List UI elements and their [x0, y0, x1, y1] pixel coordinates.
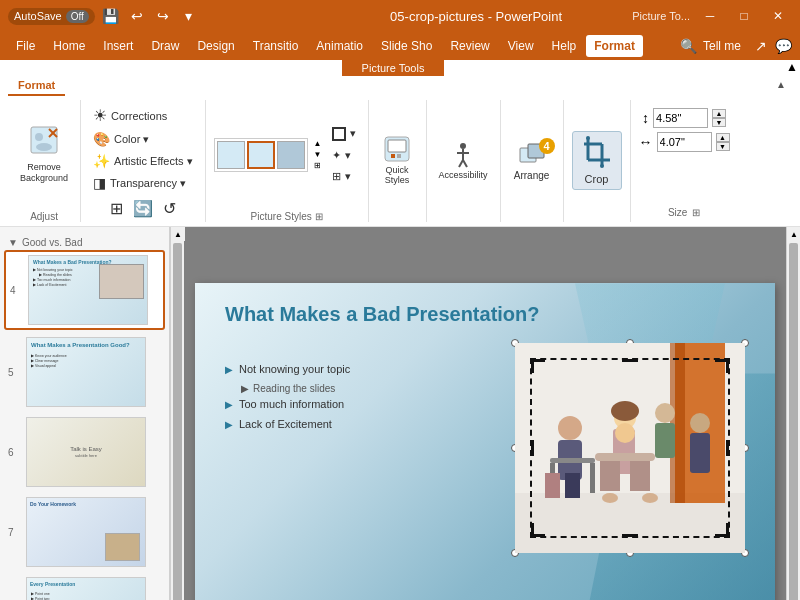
- change-picture-button[interactable]: 🔄: [129, 197, 157, 220]
- crop-button[interactable]: Crop: [572, 131, 622, 190]
- svg-point-46: [602, 493, 618, 503]
- save-button[interactable]: 💾: [101, 6, 121, 26]
- adjust-content: ☀ Corrections 🎨 Color ▾ ✨ Artistic Effec…: [89, 100, 197, 197]
- menu-format[interactable]: Format: [586, 35, 643, 57]
- search-icon[interactable]: 🔍: [680, 38, 697, 54]
- svg-point-38: [655, 403, 675, 423]
- redo-button[interactable]: ↪: [153, 6, 173, 26]
- style-preset-3[interactable]: [277, 141, 305, 169]
- slide-panel: ▼ Good vs. Bad 4 What Makes a Bad Presen…: [0, 227, 170, 600]
- height-down-button[interactable]: ▼: [712, 118, 726, 127]
- reset-picture-button[interactable]: ↺: [159, 197, 180, 220]
- sub-bullet-arrow-1: ▶: [241, 383, 249, 394]
- slide-item-8[interactable]: 8 Every Presentation ▶ Point one ▶ Point…: [4, 574, 165, 600]
- artistic-effects-button[interactable]: ✨ Artistic Effects ▾: [89, 151, 197, 171]
- accessibility-button[interactable]: Accessibility: [433, 136, 494, 184]
- menu-slideshow[interactable]: Slide Sho: [373, 35, 440, 57]
- vscroll-up-button[interactable]: ▲: [787, 227, 800, 241]
- svg-point-36: [611, 401, 639, 421]
- customize-button[interactable]: ▾: [179, 6, 199, 26]
- slide-number-4: 4: [10, 285, 22, 296]
- svg-point-40: [690, 413, 710, 433]
- slide-group-label: ▼ Good vs. Bad: [4, 235, 165, 250]
- svg-point-10: [460, 143, 466, 149]
- picture-styles-label: Picture Styles ⊞: [251, 209, 323, 222]
- style-extra: ▾ ✦ ▾ ⊞ ▾: [328, 125, 360, 185]
- accessibility-label: Accessibility: [439, 170, 488, 180]
- compress-pictures-button[interactable]: ⊞: [106, 197, 127, 220]
- slide-panel-scrollbar[interactable]: ▲ ▼: [170, 227, 184, 600]
- window-title: 05-crop-pictures - PowerPoint: [320, 9, 632, 24]
- group-quick-styles: QuickStyles: [369, 100, 427, 222]
- height-input[interactable]: [653, 108, 708, 128]
- transparency-button[interactable]: ◨ Transparency ▾: [89, 173, 190, 193]
- slide-item-6[interactable]: 6 Talk is Easysubtitle here: [4, 414, 165, 490]
- main-wrapper: ▼ Good vs. Bad 4 What Makes a Bad Presen…: [0, 227, 800, 600]
- slide-group-text: Good vs. Bad: [22, 237, 83, 248]
- group-adjust: ☀ Corrections 🎨 Color ▾ ✨ Artistic Effec…: [81, 100, 206, 222]
- scroll-up-button[interactable]: ▲: [171, 227, 185, 241]
- menu-animations[interactable]: Animatio: [308, 35, 371, 57]
- picture-layout-icon: ⊞: [332, 170, 341, 183]
- menu-help[interactable]: Help: [544, 35, 585, 57]
- picture-effects-button[interactable]: ✦ ▾: [328, 147, 360, 164]
- undo-button[interactable]: ↩: [127, 6, 147, 26]
- remove-background-button[interactable]: RemoveBackground: [14, 121, 74, 188]
- width-down-button[interactable]: ▼: [716, 142, 730, 151]
- menu-review[interactable]: Review: [442, 35, 497, 57]
- height-up-button[interactable]: ▲: [712, 109, 726, 118]
- minimize-button[interactable]: ─: [696, 2, 724, 30]
- menu-home[interactable]: Home: [45, 35, 93, 57]
- bullet-text-1: Not knowing your topic: [239, 363, 350, 375]
- tab-format[interactable]: Format: [8, 76, 65, 96]
- canvas-vscroll[interactable]: ▲ ▼: [786, 227, 800, 600]
- style-preset-2[interactable]: [247, 141, 275, 169]
- style-up-button[interactable]: ▲: [314, 139, 322, 148]
- style-expand-button[interactable]: ⊞: [314, 161, 322, 170]
- style-preset-1[interactable]: [217, 141, 245, 169]
- size-expand-button[interactable]: ⊞: [692, 207, 700, 218]
- arrange-content: 4 Arrange: [507, 100, 557, 220]
- menu-draw[interactable]: Draw: [143, 35, 187, 57]
- menu-insert[interactable]: Insert: [95, 35, 141, 57]
- arrange-badge: 4: [539, 138, 555, 154]
- style-down-button[interactable]: ▼: [314, 150, 322, 159]
- menu-view[interactable]: View: [500, 35, 542, 57]
- autosave-toggle[interactable]: AutoSave Off: [8, 8, 95, 25]
- tell-me-label[interactable]: Tell me: [703, 39, 741, 53]
- picture-styles-expand[interactable]: ⊞: [315, 211, 323, 222]
- menu-file[interactable]: File: [8, 35, 43, 57]
- maximize-button[interactable]: □: [730, 2, 758, 30]
- slide-item-7[interactable]: 7 Do Your Homework: [4, 494, 165, 570]
- comment-icon[interactable]: 💬: [775, 38, 792, 54]
- adjust-extra-btns: ⊞ 🔄 ↺: [106, 197, 180, 220]
- artistic-effects-label: Artistic Effects ▾: [114, 155, 193, 168]
- corrections-button[interactable]: ☀ Corrections: [89, 104, 171, 127]
- close-button[interactable]: ✕: [764, 2, 792, 30]
- picture-border-button[interactable]: ▾: [328, 125, 360, 143]
- width-input[interactable]: [657, 132, 712, 152]
- remove-background-label: RemoveBackground: [20, 162, 68, 184]
- svg-rect-30: [565, 473, 580, 498]
- arrange-button[interactable]: 4 Arrange: [507, 136, 557, 185]
- title-bar: AutoSave Off 💾 ↩ ↪ ▾ 05-crop-pictures - …: [0, 0, 800, 32]
- slide-item-4[interactable]: 4 What Makes a Bad Presentation? ▶ Not k…: [4, 250, 165, 330]
- menu-transitions[interactable]: Transitio: [245, 35, 307, 57]
- svg-rect-26: [670, 343, 685, 503]
- menu-design[interactable]: Design: [189, 35, 242, 57]
- slide-item-5[interactable]: 5 What Makes a Presentation Good? ▶ Know…: [4, 334, 165, 410]
- slide-panel-wrapper: ▼ Good vs. Bad 4 What Makes a Bad Presen…: [0, 227, 800, 600]
- svg-rect-8: [391, 154, 395, 158]
- share-icon[interactable]: ↗: [755, 38, 767, 54]
- slide-canvas: What Makes a Bad Presentation? ▶ Not kno…: [195, 283, 775, 600]
- width-up-button[interactable]: ▲: [716, 133, 730, 142]
- picture-tools-bar: Picture Tools ▲: [0, 60, 800, 76]
- quick-styles-button[interactable]: QuickStyles: [375, 131, 420, 189]
- ribbon-collapse-icon[interactable]: ▲: [786, 60, 800, 76]
- image-container[interactable]: [515, 343, 745, 553]
- picture-layout-button[interactable]: ⊞ ▾: [328, 168, 360, 185]
- picture-styles-content: ▲ ▼ ⊞ ▾ ✦ ▾ ⊞: [214, 100, 360, 209]
- ribbon-arrow-up[interactable]: ▲: [770, 76, 792, 96]
- corrections-icon: ☀: [93, 106, 107, 125]
- color-button[interactable]: 🎨 Color ▾: [89, 129, 153, 149]
